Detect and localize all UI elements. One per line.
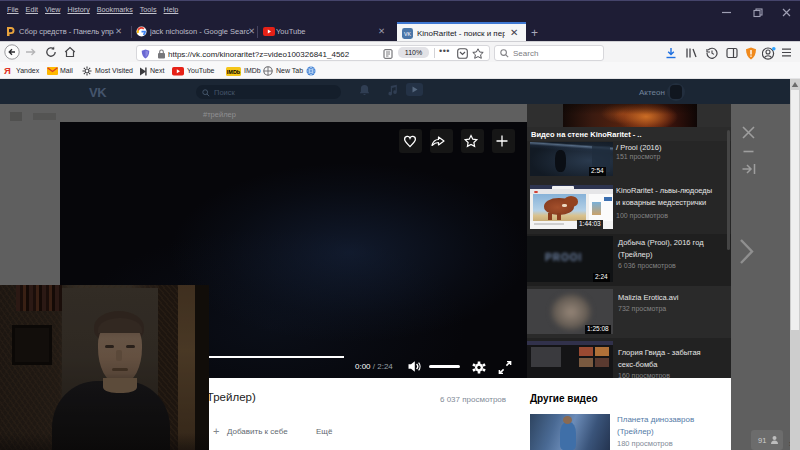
svg-text:IMDb: IMDb xyxy=(227,68,241,74)
svg-text:VK: VK xyxy=(404,31,411,37)
